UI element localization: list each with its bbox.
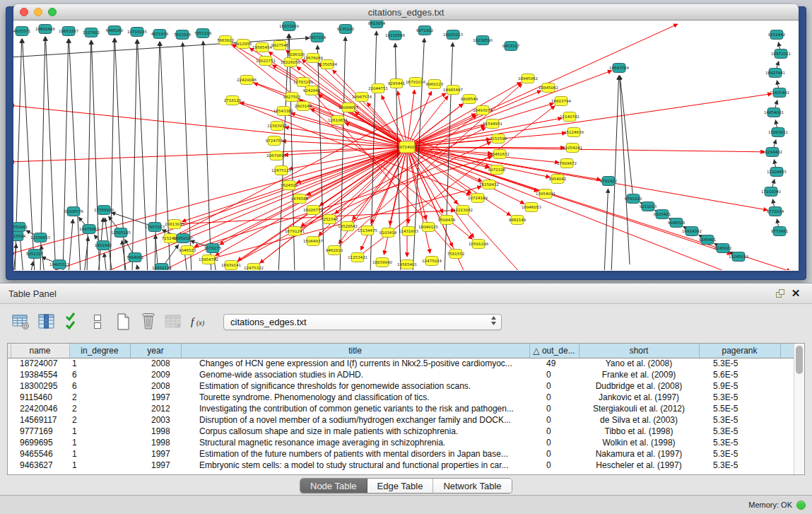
memory-ok-icon[interactable]: [796, 501, 806, 510]
cell-in_degree[interactable]: 6: [69, 380, 130, 392]
graph-node[interactable]: 1678275: [204, 244, 222, 253]
cell-short[interactable]: Nakamura et al. (1997): [579, 448, 699, 460]
graph-node[interactable]: 4935571: [13, 27, 30, 36]
graph-node[interactable]: 10724169: [468, 194, 488, 203]
tab-edge-table[interactable]: Edge Table: [367, 479, 434, 493]
citation-edge[interactable]: [203, 41, 211, 270]
network-canvas[interactable]: 1872400718226058127832919827503165433821…: [13, 21, 799, 270]
graph-node[interactable]: 15993811: [768, 128, 788, 137]
show-columns-icon[interactable]: [35, 310, 58, 333]
graph-node[interactable]: 9462810: [326, 246, 343, 255]
cell-pagerank[interactable]: 5.3E-5: [699, 414, 780, 426]
cell-short[interactable]: Yano et al. (2008): [579, 358, 699, 369]
graph-node[interactable]: 14854001: [764, 108, 784, 117]
graph-node[interactable]: 4671938: [151, 30, 169, 39]
table-row[interactable]: 1830029562008Estimation of significance …: [8, 380, 794, 392]
graph-node[interactable]: 19565454: [252, 43, 272, 52]
citation-edge-red[interactable]: [13, 147, 407, 162]
graph-node[interactable]: 2718120: [224, 96, 242, 105]
graph-node[interactable]: 9971902: [416, 26, 434, 35]
graph-node[interactable]: 10591208: [469, 240, 488, 249]
citation-edge[interactable]: [30, 262, 33, 270]
graph-node[interactable]: 9152442: [768, 30, 786, 40]
graph-node[interactable]: 11583937: [267, 122, 287, 131]
graph-node[interactable]: 18945962: [518, 74, 538, 83]
citation-edge[interactable]: [620, 76, 630, 264]
graph-node[interactable]: 10022751: [256, 57, 276, 66]
cell-name[interactable]: 18724007: [11, 358, 69, 369]
function-builder-icon[interactable]: f(x): [188, 310, 211, 333]
graph-node[interactable]: 7252348: [321, 215, 339, 224]
cell-title[interactable]: Estimation of significance thresholds fo…: [181, 380, 529, 392]
graph-node[interactable]: 18049125: [418, 223, 438, 232]
cell-in_degree[interactable]: 6: [69, 369, 130, 380]
cell-in_degree[interactable]: 1: [69, 460, 130, 471]
column-header-pagerank[interactable]: pagerank: [699, 344, 780, 358]
cell-short[interactable]: Franke et al. (2009): [579, 369, 699, 380]
graph-node[interactable]: 11544951: [483, 119, 502, 129]
cell-short[interactable]: Hescheler et al. (1997): [579, 460, 699, 471]
delete-rows-icon[interactable]: [137, 310, 160, 333]
graph-node[interactable]: 16603794: [551, 97, 571, 106]
graph-node[interactable]: 8186328: [288, 50, 305, 59]
graph-node[interactable]: 8912955: [235, 40, 252, 49]
cell-name[interactable]: 18300295: [11, 380, 69, 392]
graph-node[interactable]: 9046523: [179, 246, 196, 255]
cell-year[interactable]: 1998: [130, 437, 181, 448]
cell-out_de[interactable]: 0: [529, 460, 579, 471]
cell-pagerank[interactable]: 5.5E-5: [699, 403, 780, 414]
cell-name[interactable]: 9115460: [11, 392, 69, 403]
graph-node[interactable]: 3915584: [13, 232, 26, 241]
cell-pagerank[interactable]: 5.9E-5: [699, 380, 780, 392]
cell-pagerank[interactable]: 5.3E-5: [699, 448, 780, 460]
graph-node[interactable]: 19218586: [385, 31, 405, 40]
cell-year[interactable]: 1997: [130, 448, 181, 460]
select-all-icon[interactable]: [61, 310, 83, 333]
cell-in_degree[interactable]: 1: [69, 358, 130, 369]
column-header-year[interactable]: year: [130, 344, 181, 358]
graph-node[interactable]: 8245022: [714, 244, 732, 253]
graph-node[interactable]: 13954782: [199, 255, 218, 264]
graph-node[interactable]: 10845062: [539, 83, 558, 93]
graph-node[interactable]: 8072106: [488, 165, 506, 175]
citation-edge[interactable]: [132, 40, 137, 270]
graph-node[interactable]: 9508438: [438, 216, 456, 225]
graph-node[interactable]: 1451942: [95, 241, 112, 250]
citation-edge-red[interactable]: [302, 59, 407, 147]
graph-node[interactable]: 9827503: [283, 93, 301, 102]
graph-node[interactable]: 17210340: [761, 187, 781, 197]
cell-title[interactable]: Embryonic stem cells: a model to study s…: [181, 460, 529, 471]
window-titlebar[interactable]: citations_edges.txt: [13, 4, 799, 21]
citation-edge[interactable]: [110, 38, 114, 270]
graph-node[interactable]: 18839990: [372, 258, 392, 267]
graph-node[interactable]: 8453107: [502, 42, 520, 51]
graph-node[interactable]: 9242848: [303, 86, 321, 95]
cell-title[interactable]: Corpus callosum shape and size in male p…: [181, 426, 529, 437]
cell-short[interactable]: Jankovic et al. (1997): [579, 392, 699, 403]
cell-title[interactable]: Estimation of the future numbers of pati…: [181, 448, 529, 460]
cell-out_de[interactable]: 0: [529, 426, 579, 437]
graph-node[interactable]: 9245401: [699, 235, 717, 245]
graph-node[interactable]: 8103421: [654, 210, 671, 219]
cell-pagerank[interactable]: 5.3E-5: [699, 460, 780, 471]
cell-year[interactable]: 2008: [130, 358, 181, 369]
graph-node[interactable]: 16946053: [522, 203, 541, 212]
cell-name[interactable]: 19384554: [11, 369, 69, 380]
cell-title[interactable]: Tourette syndrome. Phenomenology and cla…: [181, 392, 529, 403]
cell-name[interactable]: 22420046: [11, 403, 69, 414]
graph-node[interactable]: 7664081: [126, 253, 144, 262]
cell-out_de[interactable]: 0: [529, 380, 579, 392]
graph-node[interactable]: 9046528: [668, 218, 686, 228]
graph-node[interactable]: 8103414: [379, 228, 397, 238]
graph-node[interactable]: 16158432: [479, 180, 499, 189]
cell-out_de[interactable]: 0: [529, 403, 579, 414]
graph-node[interactable]: 18972021: [771, 49, 791, 59]
float-panel-icon[interactable]: [772, 287, 788, 300]
citation-network-graph[interactable]: 1872400718226058127832919827503165433821…: [13, 21, 799, 270]
graph-node[interactable]: 16543382: [273, 107, 293, 116]
cell-title[interactable]: Changes of HCN gene expression and I(f) …: [181, 358, 529, 369]
cell-pagerank[interactable]: 5.3E-5: [699, 437, 780, 448]
graph-hub-node[interactable]: 18724007: [397, 141, 417, 153]
cell-year[interactable]: 1997: [130, 460, 181, 471]
graph-node[interactable]: 10294402: [763, 148, 782, 157]
